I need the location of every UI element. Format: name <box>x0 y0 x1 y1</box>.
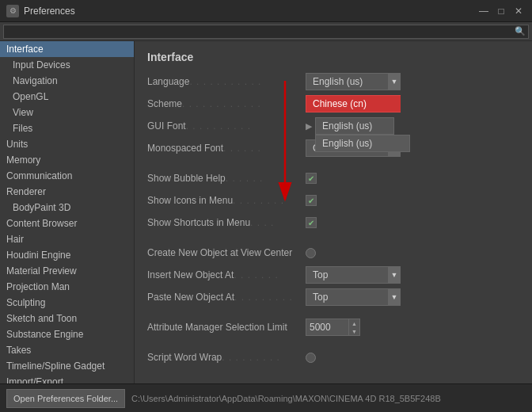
spinbox-up-button[interactable]: ▲ <box>349 319 359 327</box>
insert-object-dropdown[interactable]: Top ▼ <box>306 266 401 284</box>
sidebar-item-label: Navigation <box>13 75 58 86</box>
shortcuts-menu-label: Show Shortcuts in Menu . . . . <box>147 217 306 228</box>
attr-limit-row: Attribute Manager Selection Limit ▲ ▼ <box>147 319 519 336</box>
script-wrap-label: Script Word Wrap . . . . . . . . . <box>147 352 306 363</box>
main-layout: Interface Input Devices Navigation OpenG… <box>0 41 532 383</box>
attr-limit-input[interactable] <box>306 319 349 336</box>
sidebar-item-label: Projection Man <box>6 281 70 292</box>
sidebar-item-hair[interactable]: Hair <box>0 231 134 247</box>
sidebar-item-view[interactable]: View <box>0 105 134 120</box>
sidebar-item-files[interactable]: Files <box>0 120 134 136</box>
icons-menu-control <box>306 195 519 206</box>
language-control: English (us) ▼ <box>306 73 519 90</box>
gui-font-control: ▶ English (us) English (us) <box>306 117 519 135</box>
separator-4 <box>147 341 519 349</box>
scheme-control: Chinese (cn) <box>306 95 519 113</box>
sidebar-item-units[interactable]: Units <box>0 136 134 152</box>
script-wrap-control <box>306 353 519 363</box>
spinbox-down-button[interactable]: ▼ <box>349 327 359 335</box>
content-panel: Interface Language . . . . . . . . . . .… <box>135 41 532 383</box>
scheme-value: Chinese (cn) <box>306 95 401 113</box>
icons-menu-checkbox[interactable] <box>306 195 317 206</box>
sidebar-item-label: Houdini Engine <box>6 250 70 261</box>
sidebar-item-substance-engine[interactable]: Substance Engine <box>0 326 134 342</box>
search-icon: 🔍 <box>515 26 526 36</box>
title-bar: ⚙ Preferences — □ ✕ <box>0 0 532 22</box>
close-button[interactable]: ✕ <box>511 4 526 18</box>
shortcuts-menu-checkbox[interactable] <box>306 217 317 228</box>
language-dropdown-arrow[interactable]: ▼ <box>388 73 401 90</box>
paste-object-dropdown[interactable]: Top ▼ <box>306 288 401 306</box>
sidebar-item-label: View <box>13 107 33 118</box>
spinbox-arrows: ▲ ▼ <box>349 319 360 336</box>
sidebar-item-timeline-spline[interactable]: Timeline/Spline Gadget <box>0 358 134 374</box>
separator-1 <box>147 162 519 170</box>
sidebar-item-bodypaint[interactable]: BodyPaint 3D <box>0 200 134 216</box>
minimize-button[interactable]: — <box>477 4 491 18</box>
open-folder-button[interactable]: Open Preferences Folder... <box>6 389 125 408</box>
attr-limit-label: Attribute Manager Selection Limit <box>147 322 306 333</box>
mono-font-label: Monospaced Font . . . . . . <box>147 143 306 154</box>
new-object-control <box>306 248 519 258</box>
sidebar-item-input-devices[interactable]: Input Devices <box>0 57 134 73</box>
sidebar-item-label: Units <box>6 139 28 150</box>
sidebar-item-takes[interactable]: Takes <box>0 342 134 358</box>
insert-object-arrow[interactable]: ▼ <box>388 266 401 284</box>
sidebar-item-opengl[interactable]: OpenGL <box>0 89 134 105</box>
gui-font-popup: English (us) <box>315 135 410 152</box>
search-input[interactable] <box>3 25 529 39</box>
gui-font-value: English (us) <box>315 117 394 135</box>
sidebar-item-communication[interactable]: Communication <box>0 168 134 184</box>
insert-object-value: Top <box>306 266 388 284</box>
scheme-label: Scheme . . . . . . . . . . . . <box>147 98 306 109</box>
sidebar-item-label: Interface <box>6 44 44 55</box>
sidebar-item-interface[interactable]: Interface <box>0 41 134 57</box>
insert-object-label: Insert New Object At . . . . . . . <box>147 269 306 280</box>
sidebar-item-memory[interactable]: Memory <box>0 152 134 168</box>
sidebar-item-label: Hair <box>6 234 24 245</box>
scheme-row: Scheme . . . . . . . . . . . . Chinese (… <box>147 95 519 113</box>
paste-object-arrow[interactable]: ▼ <box>388 288 401 306</box>
sidebar-item-label: Sketch and Toon <box>6 313 77 324</box>
language-value: English (us) <box>306 73 388 90</box>
sidebar-item-projection-man[interactable]: Projection Man <box>0 279 134 295</box>
language-dropdown[interactable]: English (us) ▼ <box>306 73 401 90</box>
sidebar-item-renderer[interactable]: Renderer <box>0 184 134 200</box>
sidebar-item-import-export[interactable]: Import/Export <box>0 374 134 383</box>
maximize-button[interactable]: □ <box>494 4 508 18</box>
attr-limit-control: ▲ ▼ <box>306 319 519 336</box>
gui-font-dropdown[interactable]: English (us) English (us) <box>315 117 394 135</box>
bubble-help-label: Show Bubble Help . . . . . . <box>147 173 306 184</box>
language-row: Language . . . . . . . . . . . English (… <box>147 73 519 90</box>
sidebar-item-houdini-engine[interactable]: Houdini Engine <box>0 247 134 263</box>
sidebar-item-content-browser[interactable]: Content Browser <box>0 216 134 231</box>
attr-limit-spinbox[interactable]: ▲ ▼ <box>306 319 360 336</box>
new-object-label: Create New Object at View Center <box>147 247 306 258</box>
bubble-help-row: Show Bubble Help . . . . . . <box>147 170 519 187</box>
sidebar: Interface Input Devices Navigation OpenG… <box>0 41 135 383</box>
new-object-checkbox[interactable] <box>306 248 316 258</box>
paste-object-label: Paste New Object At . . . . . . . . . <box>147 292 306 303</box>
sidebar-item-label: Input Devices <box>13 59 70 71</box>
sidebar-item-label: Takes <box>6 345 31 356</box>
gui-font-label: GUI Font . . . . . . . . . . <box>147 120 306 132</box>
script-wrap-checkbox[interactable] <box>306 353 316 363</box>
bubble-help-checkbox[interactable] <box>306 173 317 184</box>
gui-font-option-english[interactable]: English (us) <box>316 135 409 151</box>
separator-3 <box>147 311 519 319</box>
bottom-bar: Open Preferences Folder... C:\Users\Admi… <box>0 383 532 412</box>
sidebar-item-label: Memory <box>6 154 40 166</box>
icons-menu-row: Show Icons in Menu . . . . . . . . <box>147 192 519 209</box>
sidebar-item-navigation[interactable]: Navigation <box>0 73 134 89</box>
icons-menu-label: Show Icons in Menu . . . . . . . . <box>147 195 306 206</box>
shortcuts-menu-row: Show Shortcuts in Menu . . . . <box>147 214 519 231</box>
paste-object-control: Top ▼ <box>306 288 519 306</box>
scheme-dropdown[interactable]: Chinese (cn) <box>306 95 401 113</box>
sidebar-item-label: BodyPaint 3D <box>13 202 70 213</box>
sidebar-item-label: Timeline/Spline Gadget <box>6 360 104 372</box>
sidebar-item-material-preview[interactable]: Material Preview <box>0 263 134 279</box>
app-icon: ⚙ <box>6 5 19 17</box>
sidebar-item-sketch-toon[interactable]: Sketch and Toon <box>0 311 134 326</box>
sidebar-item-label: Sculpting <box>6 297 45 308</box>
sidebar-item-sculpting[interactable]: Sculpting <box>0 295 134 311</box>
